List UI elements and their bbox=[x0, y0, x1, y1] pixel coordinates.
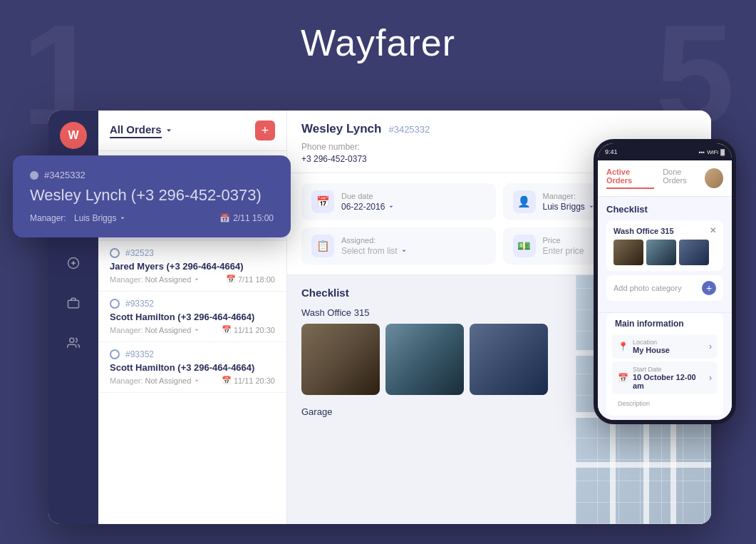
manager-card-label: Manager: bbox=[543, 192, 595, 200]
phone-status-icons: ▪▪▪ WiFi ▓ bbox=[699, 149, 725, 155]
assigned-arrow bbox=[400, 247, 408, 255]
phone-tabs: Active Orders Done Orders bbox=[606, 168, 705, 189]
order-date-3: 📅 11/11 20:30 bbox=[222, 325, 275, 334]
manager-dropdown-4 bbox=[193, 377, 200, 384]
checklist-photo-3 bbox=[470, 324, 548, 395]
popup-manager-label: Manager: bbox=[30, 213, 66, 223]
order-manager-2: Manager: Not Assigned bbox=[110, 275, 200, 284]
phone-location-left: 📍 Location My House bbox=[618, 339, 670, 354]
order-item-4[interactable]: #93352 Scott Hamilton (+3 296-464-4664) … bbox=[98, 342, 286, 393]
phone-photo-3 bbox=[679, 240, 709, 265]
checklist-section: Checklist Wash Office 315 Garage bbox=[287, 275, 576, 524]
checklist-item-2: Garage bbox=[301, 406, 561, 417]
checklist-item-title-1: Wash Office 315 bbox=[301, 307, 561, 318]
manager-dropdown-2 bbox=[193, 276, 200, 283]
orders-dropdown-icon bbox=[165, 126, 173, 135]
price-content: Price Enter price bbox=[543, 236, 584, 256]
order-meta-2: Manager: Not Assigned 📅 7/11 18:00 bbox=[110, 274, 275, 284]
price-value[interactable]: Enter price bbox=[543, 246, 584, 256]
sidebar-icon-add[interactable] bbox=[61, 250, 86, 276]
location-icon: 📍 bbox=[618, 342, 628, 351]
order-name-4: Scott Hamilton (+3 296-464-4664) bbox=[110, 362, 275, 373]
phone-header: Active Orders Done Orders bbox=[598, 160, 732, 197]
phone-location-label: Location bbox=[633, 339, 670, 346]
popup-date-icon: 📅 bbox=[219, 213, 230, 223]
sidebar-icon-briefcase[interactable] bbox=[61, 290, 86, 316]
assigned-icon: 📋 bbox=[311, 235, 334, 257]
phone-photo-2 bbox=[646, 240, 676, 265]
phone-tab-active-orders[interactable]: Active Orders bbox=[606, 168, 654, 189]
popup-manager: Manager: Luis Briggs bbox=[30, 213, 126, 223]
order-meta-4: Manager: Not Assigned 📅 11/11 20:30 bbox=[110, 376, 275, 385]
detail-name: Wesley Lynch bbox=[301, 122, 381, 136]
order-date-4: 📅 11/11 20:30 bbox=[222, 376, 275, 385]
sidebar-icon-users[interactable] bbox=[61, 330, 86, 356]
due-date-value[interactable]: 06-22-2016 bbox=[341, 202, 395, 212]
startdate-icon: 📅 bbox=[618, 373, 628, 383]
order-id-3: #93352 bbox=[125, 299, 154, 309]
manager-card-value[interactable]: Luis Briggs bbox=[543, 202, 595, 212]
detail-title-row: Wesley Lynch #3425332 bbox=[301, 122, 697, 136]
wifi-icon: WiFi bbox=[707, 149, 718, 155]
order-name-2: Jared Myers (+3 296-464-4664) bbox=[110, 261, 275, 272]
order-item-2[interactable]: #32523 Jared Myers (+3 296-464-4664) Man… bbox=[98, 241, 286, 292]
manager-dropdown-3 bbox=[193, 327, 200, 334]
phone-startdate-row[interactable]: 📅 Start Date 10 October 12-00 am › bbox=[612, 361, 718, 394]
order-manager-value-2: Not Assigned bbox=[145, 275, 191, 284]
phone-checklist-title: Checklist bbox=[606, 204, 723, 215]
popup-meta: Manager: Luis Briggs 📅 2/11 15:00 bbox=[30, 213, 274, 223]
checklist-item-title-2: Garage bbox=[301, 406, 561, 417]
phone-main-info-title: Main information bbox=[612, 319, 718, 329]
detail-card-assigned: 📋 Assigned: Select from list bbox=[301, 227, 496, 265]
signal-icon: ▪▪▪ bbox=[699, 149, 705, 155]
phone-location-value: My House bbox=[633, 346, 670, 354]
sidebar-logo[interactable]: W bbox=[60, 122, 87, 149]
phone-description-label: Description bbox=[612, 397, 718, 410]
phone-time: 9:41 bbox=[605, 148, 618, 155]
phone-tab-done-orders[interactable]: Done Orders bbox=[663, 168, 705, 189]
popup-order-id-text: #3425332 bbox=[44, 170, 86, 180]
order-item-3[interactable]: #93352 Scott Hamilton (+3 296-464-4664) … bbox=[98, 292, 286, 342]
checklist-title: Checklist bbox=[301, 287, 561, 299]
price-icon: 💵 bbox=[513, 235, 536, 257]
popup-name: Wesley Lynch (+3 296-452-0373) bbox=[30, 186, 274, 205]
checklist-photos-1 bbox=[301, 324, 561, 395]
phone-add-photo-btn[interactable]: Add photo category + bbox=[606, 275, 723, 301]
phone-startdate-content: Start Date 10 October 12-00 am bbox=[633, 366, 709, 390]
svg-point-8 bbox=[70, 338, 74, 342]
mobile-phone: 9:41 ▪▪▪ WiFi ▓ Active Orders Done Order… bbox=[594, 139, 736, 424]
phone-startdate-label: Start Date bbox=[633, 366, 709, 373]
add-order-button[interactable]: + bbox=[255, 120, 275, 140]
manager-card-icon: 👤 bbox=[513, 190, 536, 213]
due-date-label: Due date bbox=[341, 192, 395, 200]
order-manager-3: Manager: Not Assigned bbox=[110, 326, 200, 334]
orders-title-wrapper: All Orders bbox=[110, 123, 173, 138]
popup-dot bbox=[30, 171, 38, 180]
orders-title: All Orders bbox=[110, 123, 162, 138]
phone-value: +3 296-452-0373 bbox=[301, 154, 367, 164]
phone-checklist-close-icon[interactable]: ✕ bbox=[710, 226, 716, 235]
assigned-value[interactable]: Select from list bbox=[341, 246, 408, 256]
order-id-2: #32523 bbox=[125, 248, 154, 258]
phone-photo-1 bbox=[613, 240, 643, 265]
phone-location-content: Location My House bbox=[633, 339, 670, 354]
checklist-photo-2 bbox=[385, 324, 464, 395]
order-dot-3 bbox=[110, 299, 120, 309]
app-title: Wayfarer bbox=[301, 21, 455, 64]
phone-content: Active Orders Done Orders Checklist Wash… bbox=[598, 160, 732, 420]
order-date-value-2: 7/11 18:00 bbox=[238, 275, 275, 284]
order-meta-3: Manager: Not Assigned 📅 11/11 20:30 bbox=[110, 325, 275, 334]
detail-card-due-date: 📅 Due date 06-22-2016 bbox=[301, 183, 496, 220]
popup-card: #3425332 Wesley Lynch (+3 296-452-0373) … bbox=[13, 155, 291, 237]
phone-location-arrow: › bbox=[709, 342, 712, 351]
order-name-3: Scott Hamilton (+3 296-464-4664) bbox=[110, 312, 275, 322]
due-date-content: Due date 06-22-2016 bbox=[341, 192, 395, 212]
phone-startdate-left: 📅 Start Date 10 October 12-00 am bbox=[618, 366, 709, 390]
popup-date-value: 2/11 15:00 bbox=[233, 213, 274, 223]
phone-notch: 9:41 ▪▪▪ WiFi ▓ bbox=[598, 143, 732, 160]
phone-photos bbox=[613, 240, 716, 265]
order-dot-4 bbox=[110, 349, 120, 359]
due-date-arrow bbox=[388, 203, 395, 210]
phone-location-row[interactable]: 📍 Location My House › bbox=[612, 334, 718, 359]
order-date-2: 📅 7/11 18:00 bbox=[226, 274, 275, 284]
